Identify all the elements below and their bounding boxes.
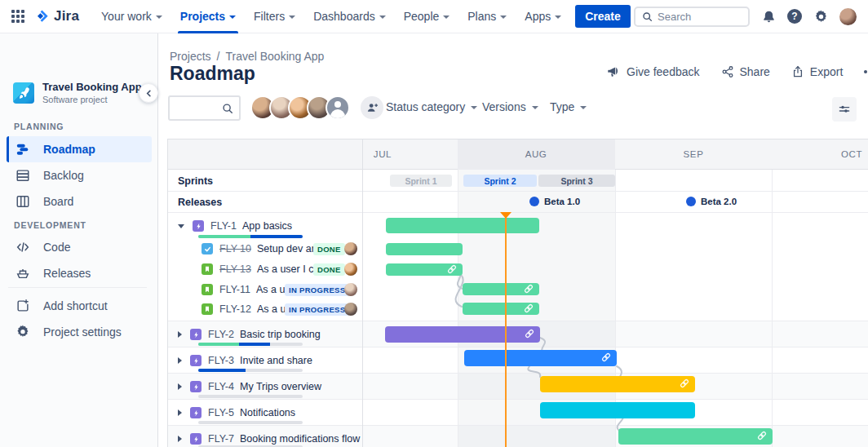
gantt-bar-fly-11[interactable] (463, 283, 539, 295)
dependency-link-icon[interactable] (447, 263, 457, 277)
project-name: Travel Booking App (42, 81, 142, 93)
assignee-avatar[interactable] (344, 242, 357, 255)
add-people-button[interactable] (361, 96, 383, 119)
code-icon (15, 240, 31, 254)
assignee-avatar[interactable] (344, 283, 357, 296)
dependency-link-icon[interactable] (524, 302, 534, 316)
gantt-bar-fly-5[interactable] (540, 402, 695, 418)
release-beta-1[interactable]: Beta 1.0 (529, 197, 580, 206)
global-search-input[interactable] (658, 11, 739, 23)
epic-row-fly-5[interactable]: FLY-5 Notifications (178, 405, 295, 421)
gantt-bar-fly-7[interactable] (618, 428, 773, 445)
gantt-bar-fly-2[interactable] (385, 326, 540, 343)
chevron-down-icon (555, 15, 561, 19)
story-icon (202, 303, 213, 315)
project-header[interactable]: Travel Booking App Software project (13, 81, 142, 104)
create-button[interactable]: Create (575, 5, 631, 28)
sidebar-divider (8, 287, 147, 288)
sprint-1-bar[interactable]: Sprint 1 (390, 175, 452, 187)
sprint-2-bar[interactable]: Sprint 2 (463, 175, 537, 187)
view-settings-button[interactable] (832, 97, 857, 122)
sidebar-collapse-button[interactable] (139, 83, 158, 103)
global-search[interactable] (634, 7, 750, 27)
status-category-filter[interactable]: Status category (386, 100, 477, 113)
help-icon[interactable]: ? (787, 9, 802, 24)
epic-row-fly-4[interactable]: FLY-4 My Trips overview (178, 378, 321, 395)
sidebar-item-board[interactable]: Board (7, 188, 152, 215)
top-navigation: Jira Your work Projects Filters Dashboar… (0, 0, 868, 33)
sidebar-item-project-settings[interactable]: Project settings (7, 319, 152, 345)
roadmap-icon (15, 142, 31, 157)
today-line (505, 212, 507, 447)
breadcrumb-project-name[interactable]: Travel Booking App (225, 50, 324, 63)
collapse-chevron-icon[interactable] (178, 224, 184, 228)
epic-row-fly-1[interactable]: FLY-1 App basics (178, 218, 292, 234)
sidebar-item-code[interactable]: Code (7, 234, 152, 260)
expand-chevron-icon[interactable] (178, 357, 182, 364)
notifications-bell-icon[interactable] (761, 9, 776, 24)
dependency-link-icon[interactable] (525, 327, 534, 342)
search-icon (222, 103, 233, 114)
gantt-bar-fly-13[interactable] (386, 263, 463, 276)
expand-chevron-icon[interactable] (178, 331, 182, 338)
epic-progress-bar (198, 369, 303, 372)
release-dot-icon (529, 197, 539, 206)
epic-icon (190, 355, 202, 366)
share-button[interactable]: Share (721, 65, 770, 78)
roadmap-toolbar: Status category Versions Type (168, 95, 861, 122)
sprint-3-bar[interactable]: Sprint 3 (538, 175, 615, 187)
avatar-unassigned[interactable] (326, 95, 350, 120)
settings-gear-icon[interactable] (813, 9, 828, 24)
more-actions-icon[interactable] (864, 70, 867, 73)
nav-people[interactable]: People (395, 0, 459, 33)
dependency-link-icon[interactable] (524, 282, 534, 297)
sidebar-item-releases[interactable]: Releases (7, 260, 152, 286)
gantt-bar-fly-1[interactable] (386, 218, 539, 233)
gantt-bar-fly-3[interactable] (464, 350, 617, 366)
dependency-link-icon[interactable] (601, 351, 611, 365)
assignee-avatar[interactable] (344, 303, 357, 316)
sidebar-item-backlog[interactable]: Backlog (7, 162, 152, 188)
gantt-bar-fly-10[interactable] (386, 243, 463, 255)
expand-chevron-icon[interactable] (178, 409, 182, 416)
dependency-link-icon[interactable] (757, 429, 767, 444)
export-button[interactable]: Export (791, 65, 843, 78)
epic-progress-bar (198, 343, 303, 346)
search-icon (642, 11, 653, 22)
nav-apps[interactable]: Apps (516, 0, 570, 33)
give-feedback-button[interactable]: Give feedback (607, 64, 700, 78)
nav-dashboards[interactable]: Dashboards (304, 0, 395, 33)
type-filter[interactable]: Type (550, 100, 587, 113)
expand-chevron-icon[interactable] (178, 383, 182, 390)
chevron-down-icon (500, 15, 507, 19)
epic-row-fly-3[interactable]: FLY-3 Invite and share (178, 352, 312, 369)
nav-plans[interactable]: Plans (458, 0, 516, 33)
nav-filters[interactable]: Filters (245, 0, 304, 33)
gantt-bar-fly-12[interactable] (463, 303, 539, 315)
sidebar-item-roadmap[interactable]: Roadmap (7, 136, 152, 162)
versions-filter[interactable]: Versions (482, 100, 538, 113)
story-icon (202, 284, 213, 295)
epic-progress-bar (198, 235, 303, 238)
epic-row-fly-2[interactable]: FLY-2 Basic trip booking (178, 326, 321, 343)
sidebar-item-add-shortcut[interactable]: Add shortcut (7, 293, 152, 319)
user-avatar[interactable] (839, 8, 857, 25)
nav-your-work[interactable]: Your work (92, 0, 171, 33)
chevron-down-icon (156, 15, 162, 19)
expand-chevron-icon[interactable] (178, 436, 182, 442)
dependency-link-icon[interactable] (680, 377, 689, 392)
nav-projects[interactable]: Projects (171, 0, 245, 33)
epic-row-fly-7[interactable]: FLY-7 Booking modifications flow (178, 431, 360, 447)
grid-line (458, 170, 458, 447)
roadmap-search-input[interactable] (168, 95, 241, 121)
gantt-bar-fly-4[interactable] (540, 376, 695, 392)
jira-logo[interactable]: Jira (34, 8, 79, 24)
assignee-avatar[interactable] (344, 263, 357, 276)
breadcrumb: Projects/Travel Booking App (170, 50, 324, 63)
breadcrumb-projects[interactable]: Projects (170, 50, 211, 63)
grid-line (772, 170, 773, 447)
chevron-down-icon (580, 106, 587, 109)
app-switcher-icon[interactable] (11, 10, 24, 23)
backlog-icon (15, 168, 31, 183)
release-beta-2[interactable]: Beta 2.0 (686, 197, 737, 206)
